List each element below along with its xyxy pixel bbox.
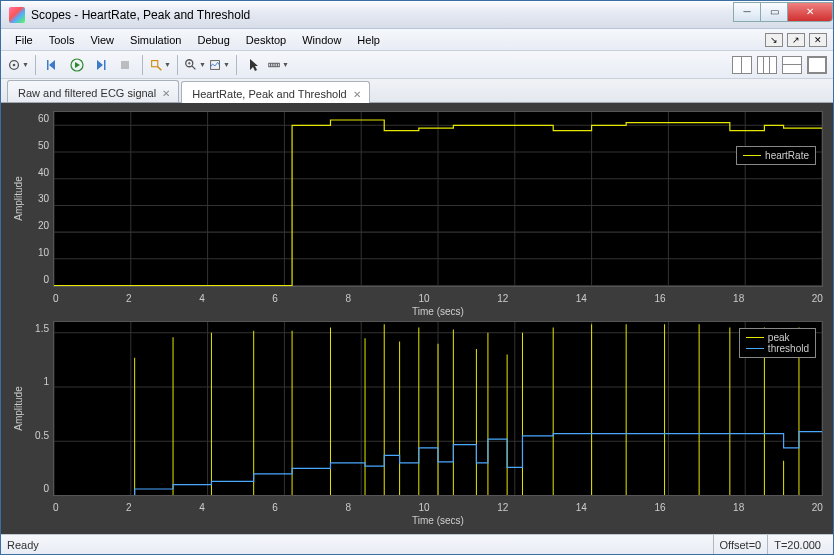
status-offset: Offset=0: [713, 535, 768, 554]
legend: heartRate: [736, 146, 816, 165]
svg-rect-4: [104, 60, 106, 70]
step-back-button[interactable]: [42, 54, 64, 76]
scale-axes-button[interactable]: ▼: [208, 54, 230, 76]
close-button[interactable]: ✕: [787, 2, 833, 22]
menu-file[interactable]: File: [7, 32, 41, 48]
menu-view[interactable]: View: [82, 32, 122, 48]
plot-area: Amplitude 6050403020100 heartRate 024681…: [1, 103, 833, 534]
tab-raw-ecg[interactable]: Raw and filtered ECG signal ✕: [7, 80, 179, 102]
titlebar: Scopes - HeartRate, Peak and Threshold ─…: [1, 1, 833, 29]
close-icon[interactable]: ✕: [353, 89, 361, 100]
plot-canvas-2[interactable]: peak threshold: [53, 321, 823, 497]
menu-simulation[interactable]: Simulation: [122, 32, 189, 48]
cursor-button[interactable]: [243, 54, 265, 76]
status-ready: Ready: [7, 539, 39, 551]
tabbar: Raw and filtered ECG signal ✕ HeartRate,…: [1, 79, 833, 103]
chart-heartrate: Amplitude 6050403020100 heartRate: [9, 111, 823, 287]
layout-1x2-button[interactable]: [757, 56, 777, 74]
legend: peak threshold: [739, 328, 816, 358]
svg-rect-2: [47, 60, 49, 70]
x-ticks: 02468101214161820: [53, 291, 823, 306]
menu-window[interactable]: Window: [294, 32, 349, 48]
app-icon: [9, 7, 25, 23]
legend-label: heartRate: [765, 150, 809, 161]
tab-label: Raw and filtered ECG signal: [18, 87, 156, 99]
menu-tools[interactable]: Tools: [41, 32, 83, 48]
y-ticks: 6050403020100: [27, 111, 53, 287]
dock-min-icon[interactable]: ↘: [765, 33, 783, 47]
zoom-button[interactable]: ▼: [184, 54, 206, 76]
statusbar: Ready Offset=0 T=20.000: [1, 534, 833, 554]
layout-1x1-button[interactable]: [807, 56, 827, 74]
svg-rect-6: [152, 60, 158, 66]
plot-canvas-1[interactable]: heartRate: [53, 111, 823, 287]
status-time: T=20.000: [767, 535, 827, 554]
step-forward-button[interactable]: [90, 54, 112, 76]
legend-label: threshold: [768, 343, 809, 354]
close-icon[interactable]: ✕: [162, 88, 170, 99]
svg-rect-5: [121, 61, 129, 69]
layout-2x2-button[interactable]: [732, 56, 752, 74]
minimize-button[interactable]: ─: [733, 2, 761, 22]
layout-2x1-button[interactable]: [782, 56, 802, 74]
settings-button[interactable]: ▼: [7, 54, 29, 76]
toolbar: ▼ ▼ ▼ ▼ ▼: [1, 51, 833, 79]
measurements-button[interactable]: ▼: [267, 54, 289, 76]
x-axis-label: Time (secs): [53, 515, 823, 530]
y-axis-label: Amplitude: [13, 386, 24, 430]
maximize-button[interactable]: ▭: [760, 2, 788, 22]
tab-heartrate[interactable]: HeartRate, Peak and Threshold ✕: [181, 81, 370, 103]
menu-help[interactable]: Help: [349, 32, 388, 48]
menu-desktop[interactable]: Desktop: [238, 32, 294, 48]
legend-label: peak: [768, 332, 790, 343]
window-title: Scopes - HeartRate, Peak and Threshold: [31, 8, 734, 22]
tab-label: HeartRate, Peak and Threshold: [192, 88, 347, 100]
y-ticks: 1.510.50: [27, 321, 53, 497]
y-axis-label: Amplitude: [13, 177, 24, 221]
stop-button[interactable]: [114, 54, 136, 76]
dock-close-icon[interactable]: ✕: [809, 33, 827, 47]
menubar: File Tools View Simulation Debug Desktop…: [1, 29, 833, 51]
svg-point-1: [13, 63, 16, 66]
highlight-button[interactable]: ▼: [149, 54, 171, 76]
x-axis-label: Time (secs): [53, 306, 823, 321]
menu-debug[interactable]: Debug: [189, 32, 237, 48]
dock-undock-icon[interactable]: ↗: [787, 33, 805, 47]
run-button[interactable]: [66, 54, 88, 76]
x-ticks: 02468101214161820: [53, 500, 823, 515]
chart-peak-threshold: Amplitude 1.510.50 peak threshold: [9, 321, 823, 497]
